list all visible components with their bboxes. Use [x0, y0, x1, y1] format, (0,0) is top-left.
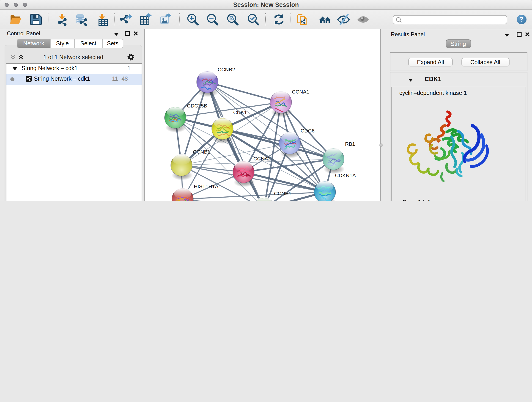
svg-text:CCNB2: CCNB2 [218, 67, 235, 72]
svg-text:RB1: RB1 [345, 141, 355, 147]
svg-text:CDKN1A: CDKN1A [335, 172, 356, 178]
svg-text:CCNA2: CCNA2 [253, 156, 271, 162]
svg-text:CDC6: CDC6 [301, 128, 315, 134]
svg-text:HIST1H1A: HIST1H1A [194, 184, 218, 189]
svg-text:CDC25B: CDC25B [187, 103, 207, 109]
svg-text:CCNE1: CCNE1 [274, 191, 291, 196]
svg-text:CDK1: CDK1 [233, 109, 247, 115]
svg-text:CCNB1: CCNB1 [193, 149, 210, 155]
svg-text:CCNA1: CCNA1 [292, 89, 309, 95]
